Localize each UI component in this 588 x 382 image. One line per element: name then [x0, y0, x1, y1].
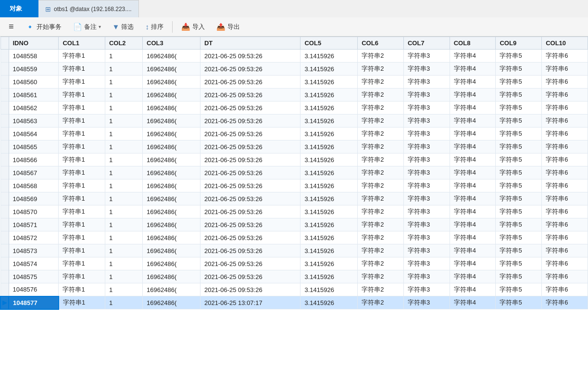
table-cell[interactable]: 16962486(	[143, 205, 200, 218]
table-cell[interactable]: 1	[105, 192, 142, 205]
table-cell[interactable]: 字符串6	[542, 166, 588, 179]
table-cell[interactable]: 字符串1	[59, 244, 105, 257]
table-cell[interactable]: 1	[105, 63, 142, 76]
table-cell[interactable]: 16962486(	[143, 140, 200, 153]
table-cell[interactable]: 字符串4	[450, 205, 496, 218]
table-cell[interactable]: 16962486(	[143, 127, 200, 140]
table-cell[interactable]: 字符串6	[542, 76, 588, 89]
table-cell[interactable]: 2021-06-25 09:53:26	[200, 127, 300, 140]
table-cell[interactable]: 1	[105, 140, 142, 153]
table-cell[interactable]: 字符串5	[496, 257, 542, 270]
table-cell[interactable]: 字符串2	[358, 89, 404, 102]
table-cell[interactable]: 字符串6	[542, 102, 588, 115]
table-row[interactable]: 1048559字符串1116962486(2021-06-25 09:53:26…	[0, 63, 588, 76]
col-header-col1[interactable]: COL1	[59, 37, 105, 50]
table-cell[interactable]: 字符串4	[450, 244, 496, 257]
table-cell[interactable]: 字符串3	[403, 205, 450, 218]
table-cell[interactable]: 1	[105, 283, 142, 296]
table-cell[interactable]: 字符串6	[542, 205, 588, 218]
import-button[interactable]: 📥 导入	[176, 21, 210, 33]
table-cell[interactable]: 1048569	[9, 192, 59, 205]
table-cell[interactable]: 字符串3	[403, 140, 450, 153]
table-cell[interactable]: 字符串3	[403, 166, 450, 179]
table-cell[interactable]: 字符串3	[403, 244, 450, 257]
table-cell[interactable]: 3.1415926	[300, 166, 358, 179]
table-cell[interactable]: 2021-06-25 09:53:26	[200, 50, 300, 63]
table-cell[interactable]: 字符串2	[358, 296, 404, 309]
table-cell[interactable]: 字符串6	[542, 283, 588, 296]
table-cell[interactable]: 3.1415926	[300, 231, 358, 244]
table-cell[interactable]: 字符串2	[358, 127, 404, 140]
table-cell[interactable]: 2021-06-25 09:53:26	[200, 244, 300, 257]
table-cell[interactable]: 字符串4	[450, 257, 496, 270]
table-cell[interactable]: 1048566	[9, 153, 59, 166]
table-cell[interactable]: 字符串5	[496, 102, 542, 115]
table-cell[interactable]: 1048565	[9, 140, 59, 153]
table-cell[interactable]: 3.1415926	[300, 153, 358, 166]
table-cell[interactable]: 3.1415926	[300, 50, 358, 63]
table-cell[interactable]: 字符串2	[358, 166, 404, 179]
table-cell[interactable]: 字符串2	[358, 179, 404, 192]
table-cell[interactable]: 1048564	[9, 127, 59, 140]
table-cell[interactable]: 字符串4	[450, 140, 496, 153]
table-cell[interactable]: 16962486(	[143, 231, 200, 244]
table-cell[interactable]: 字符串2	[358, 50, 404, 63]
table-row[interactable]: 1048573字符串1116962486(2021-06-25 09:53:26…	[0, 244, 588, 257]
table-cell[interactable]: 字符串6	[542, 153, 588, 166]
table-cell[interactable]: 1	[105, 89, 142, 102]
table-cell[interactable]: 1048571	[9, 218, 59, 231]
table-cell[interactable]: 1	[105, 127, 142, 140]
table-cell[interactable]: 3.1415926	[300, 218, 358, 231]
tab-object[interactable]: 对象	[0, 0, 38, 17]
table-row[interactable]: 1048568字符串1116962486(2021-06-25 09:53:26…	[0, 179, 588, 192]
table-cell[interactable]: 字符串1	[59, 89, 105, 102]
table-cell[interactable]: 字符串6	[542, 63, 588, 76]
table-cell[interactable]: 1	[105, 205, 142, 218]
table-cell[interactable]: 字符串3	[403, 153, 450, 166]
table-cell[interactable]: 16962486(	[143, 166, 200, 179]
table-cell[interactable]: 16962486(	[143, 270, 200, 283]
table-cell[interactable]: 2021-06-25 09:53:26	[200, 102, 300, 115]
table-cell[interactable]: 16962486(	[143, 153, 200, 166]
table-cell[interactable]: 字符串5	[496, 140, 542, 153]
table-cell[interactable]: 2021-06-25 09:53:26	[200, 270, 300, 283]
table-cell[interactable]: 1048567	[9, 166, 59, 179]
table-row[interactable]: ▶1048577字符串1116962486(2021-06-25 13:07:1…	[0, 296, 588, 309]
table-cell[interactable]: 字符串5	[496, 179, 542, 192]
table-cell[interactable]: 2021-06-25 09:53:26	[200, 179, 300, 192]
table-cell[interactable]: 1048574	[9, 257, 59, 270]
table-cell[interactable]: 字符串3	[403, 89, 450, 102]
table-cell[interactable]: 字符串5	[496, 63, 542, 76]
table-cell[interactable]: 字符串5	[496, 270, 542, 283]
table-cell[interactable]: 字符串4	[450, 76, 496, 89]
table-cell[interactable]: 字符串6	[542, 231, 588, 244]
table-cell[interactable]: 字符串2	[358, 244, 404, 257]
table-cell[interactable]: 字符串2	[358, 218, 404, 231]
table-cell[interactable]: 字符串2	[358, 231, 404, 244]
transaction-button[interactable]: 🔹 开始事务	[21, 21, 66, 33]
table-row[interactable]: 1048569字符串1116962486(2021-06-25 09:53:26…	[0, 192, 588, 205]
table-row[interactable]: 1048576字符串1116962486(2021-06-25 09:53:26…	[0, 283, 588, 296]
table-cell[interactable]: 1048572	[9, 231, 59, 244]
table-cell[interactable]: 16962486(	[143, 283, 200, 296]
table-cell[interactable]: 字符串3	[403, 296, 450, 309]
table-row[interactable]: 1048575字符串1116962486(2021-06-25 09:53:26…	[0, 270, 588, 283]
table-cell[interactable]: 字符串2	[358, 76, 404, 89]
table-cell[interactable]: 字符串6	[542, 270, 588, 283]
table-cell[interactable]: 16962486(	[143, 244, 200, 257]
table-cell[interactable]: 1	[105, 296, 142, 309]
table-cell[interactable]: 字符串5	[496, 50, 542, 63]
table-cell[interactable]: 16962486(	[143, 115, 200, 127]
table-cell[interactable]: 字符串6	[542, 244, 588, 257]
table-cell[interactable]: 字符串2	[358, 192, 404, 205]
table-cell[interactable]: 字符串5	[496, 218, 542, 231]
col-header-col3[interactable]: COL3	[143, 37, 200, 50]
table-row[interactable]: 1048570字符串1116962486(2021-06-25 09:53:26…	[0, 205, 588, 218]
table-cell[interactable]: 1	[105, 102, 142, 115]
table-cell[interactable]: 2021-06-25 09:53:26	[200, 218, 300, 231]
table-cell[interactable]: 字符串4	[450, 102, 496, 115]
export-button[interactable]: 📤 导出	[212, 21, 245, 33]
table-cell[interactable]: 字符串1	[59, 127, 105, 140]
table-cell[interactable]: 2021-06-25 09:53:26	[200, 76, 300, 89]
table-row[interactable]: 1048572字符串1116962486(2021-06-25 09:53:26…	[0, 231, 588, 244]
